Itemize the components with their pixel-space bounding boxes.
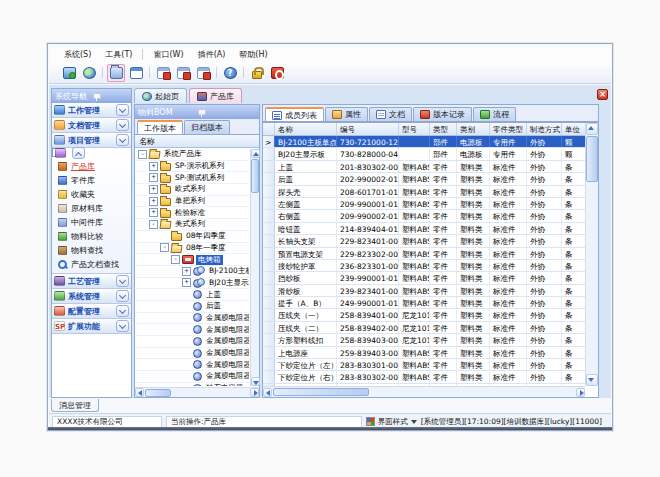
table-row-8[interactable]: 暗钮盖214-839404-01X塑料ABS零件塑料类标准件外协条 (263, 223, 585, 235)
table-row-18[interactable]: 上电源座259-839403-00X塑料ABS零件塑料类标准件外协条 (263, 347, 585, 359)
bom-tab-1[interactable]: 工作版本 (137, 120, 183, 134)
chevron-down-icon[interactable] (116, 275, 129, 287)
sidebar-item-7[interactable]: 物料查找 (52, 243, 131, 257)
doc-tab-2[interactable]: 产品库 (189, 88, 242, 103)
collapse-icon[interactable]: - (149, 220, 158, 229)
expand-icon[interactable]: + (149, 208, 158, 217)
tree-item-7[interactable]: -美式系列 (136, 219, 249, 231)
menu-item-3[interactable]: 窗口(W) (146, 47, 190, 62)
sidebar-group-4[interactable]: 产品管理 (52, 148, 61, 157)
tree-item-6[interactable]: +检验标准 (136, 207, 249, 219)
chevron-down-icon[interactable] (116, 305, 129, 317)
table-row-3[interactable]: 上盖201-830302-00X塑料ABS零件塑料类标准件外协条 (263, 161, 585, 173)
window-manager-button[interactable] (127, 64, 145, 82)
exit-button[interactable] (268, 64, 286, 82)
message-management-tab[interactable]: 消息管理 (51, 399, 99, 412)
table-row-10[interactable]: 预置电源支架229-823302-00X塑料ABS零件塑料类标准件外协条 (263, 248, 585, 260)
menu-item-4[interactable]: 插件(A) (191, 47, 233, 62)
sidebar-group-7[interactable]: 配置管理 (52, 304, 131, 319)
bom-tab-2[interactable]: 归档版本 (184, 120, 230, 134)
sidebar-group-1[interactable]: 工作管理 (52, 103, 131, 118)
table-row-1[interactable]: >BJ-2100主板单点730-721000-12X部件电源板专用件外协颗 (263, 136, 585, 148)
collapse-icon[interactable]: - (138, 150, 147, 159)
table-row-5[interactable]: 探头壳208-601701-01X塑料ABS零件塑料类标准件外协条 (263, 186, 585, 198)
menu-item-2[interactable]: 工具(T) (98, 47, 139, 62)
grid-column-header-8[interactable]: 单位 (562, 123, 585, 135)
scroll-left-arrow-icon[interactable] (135, 388, 144, 397)
scroll-up-arrow-icon[interactable] (586, 123, 598, 135)
sidebar-group-5[interactable]: 工艺管理 (52, 274, 131, 289)
expand-icon[interactable]: + (182, 278, 191, 287)
grid-column-header-7[interactable]: 制造方式 (527, 123, 562, 135)
scroll-up-arrow-icon[interactable] (251, 149, 260, 158)
close-tab-button[interactable] (597, 89, 608, 100)
window-refresh-button[interactable] (194, 64, 212, 82)
tree-item-21[interactable]: 独石电容器 (136, 383, 249, 386)
grid-column-header-3[interactable]: 型号 (399, 123, 430, 135)
tree-item-2[interactable]: +SP-演示机系列 (136, 161, 249, 173)
scrollbar-thumb[interactable] (251, 159, 259, 193)
tree-item-5[interactable]: +单把系列 (136, 196, 249, 208)
open-folder-button[interactable] (107, 64, 125, 82)
expand-icon[interactable]: + (149, 162, 158, 171)
toolbar-grip-handle[interactable] (53, 67, 56, 78)
table-row-14[interactable]: 提手（A、B）249-990001-01X塑料ABS零件塑料类标准件外协条 (263, 297, 585, 309)
expand-icon[interactable]: + (182, 267, 191, 276)
detail-tab-1[interactable]: 成员列表 (265, 107, 324, 121)
table-row-15[interactable]: 压线夹（一）258-839401-00X尼龙1010零件塑料类标准件外协条 (263, 309, 585, 321)
tree-horizontal-scrollbar[interactable] (135, 387, 259, 397)
table-row-9[interactable]: 长轴头支架229-823401-00X塑料ABS零件塑料类标准件外协条 (263, 235, 585, 247)
tree-item-13[interactable]: 上盖 (136, 289, 249, 301)
tree-item-11[interactable]: +BJ-2100主板单点 (136, 266, 249, 278)
table-row-19[interactable]: 下纱定位片（左）283-830301-00X塑料ABS零件塑料类标准件外协条 (263, 359, 585, 371)
tree-item-15[interactable]: 金属膜电阻器 (136, 313, 249, 325)
table-row-2[interactable]: BJ20主显示板730-828000-04X部件电源板专用件外协颗 (263, 148, 585, 160)
tree-item-17[interactable]: 金属膜电阻器 (136, 336, 249, 348)
expand-icon[interactable]: + (149, 185, 158, 194)
table-row-13[interactable]: 滑纱板239-823401-00X塑料ABS零件塑料类标准件外协条 (263, 285, 585, 297)
table-row-20[interactable]: 下纱定位片（右）283-830302-00X塑料ABS零件塑料类标准件外协条 (263, 371, 585, 383)
collapse-icon[interactable]: - (171, 255, 180, 264)
chevron-up-icon[interactable] (72, 147, 85, 159)
sidebar-item-6[interactable]: 物料比较 (52, 229, 131, 243)
menu-grip-handle[interactable] (51, 49, 54, 60)
grid-column-header-6[interactable]: 零件类型 (490, 123, 527, 135)
chevron-down-icon[interactable] (116, 290, 129, 302)
detail-tab-2[interactable]: 属性 (325, 107, 368, 121)
collapse-icon[interactable]: - (160, 243, 169, 252)
table-row-11[interactable]: 接纱轮护罩236-823301-00X塑料ABS零件塑料类标准件外协条 (263, 260, 585, 272)
close-all-windows-button[interactable] (174, 64, 192, 82)
table-row-16[interactable]: 压线夹（二）258-839402-00X尼龙1010零件塑料类标准件外协条 (263, 322, 585, 334)
sidebar-item-2[interactable]: 零件库 (52, 173, 131, 187)
sidebar-group-3[interactable]: 项目管理 (52, 133, 131, 148)
chevron-down-icon[interactable] (116, 104, 129, 116)
detail-tab-3[interactable]: 文档 (369, 107, 412, 121)
connect-button[interactable] (60, 64, 78, 82)
tree-item-14[interactable]: 后盖 (136, 301, 249, 313)
sidebar-group-8[interactable]: 扩展功能 (52, 319, 131, 334)
pin-icon[interactable] (197, 108, 256, 117)
doc-tab-1[interactable]: 起始页 (134, 88, 187, 103)
tree-item-12[interactable]: +BJ20主显示板 (136, 278, 249, 290)
expand-icon[interactable]: + (149, 173, 158, 182)
tree-vertical-scrollbar[interactable] (250, 149, 259, 386)
scroll-left-arrow-icon[interactable] (263, 388, 272, 397)
grid-column-header-5[interactable]: 类别 (457, 123, 490, 135)
table-row-7[interactable]: 右侧盖209-990002-01X塑料ABS零件塑料类标准件外协条 (263, 210, 585, 222)
ui-style-button[interactable]: 界面样式 (366, 417, 417, 427)
detail-tab-5[interactable]: 流程 (473, 107, 516, 121)
tree-column-header[interactable]: 名称 (135, 135, 259, 148)
table-row-12[interactable]: 挡纱板239-990001-01X塑料ABS零件塑料类标准件外协条 (263, 272, 585, 284)
tree-item-20[interactable]: 金属膜电阻器 (136, 371, 249, 383)
scrollbar-thumb[interactable] (273, 388, 369, 396)
grid-column-header-1[interactable]: 名称 (275, 123, 337, 135)
tree-item-9[interactable]: -08年一季度 (136, 243, 249, 255)
scroll-right-arrow-icon[interactable] (576, 388, 585, 397)
scroll-right-arrow-icon[interactable] (250, 388, 259, 397)
chevron-down-icon[interactable] (116, 134, 129, 146)
pin-icon[interactable] (92, 92, 129, 101)
browser-button[interactable] (80, 64, 98, 82)
tree-item-18[interactable]: 金属膜电阻器 (136, 348, 249, 360)
help-button[interactable] (221, 64, 239, 82)
sidebar-item-8[interactable]: 产品文档查找 (52, 257, 131, 271)
